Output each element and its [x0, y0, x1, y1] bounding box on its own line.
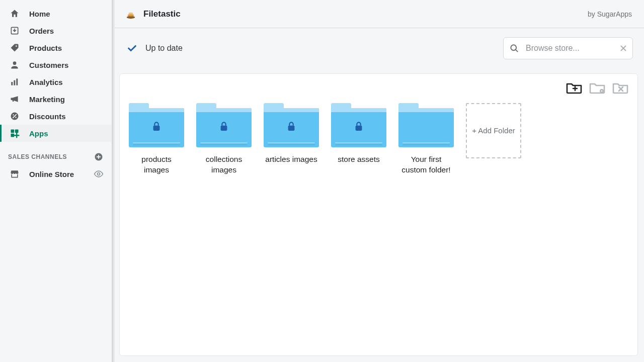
channel-label: Online Store [29, 170, 74, 178]
svg-rect-22 [288, 126, 295, 131]
channel-online-store[interactable]: Online Store [0, 166, 112, 182]
sidebar-item-label: Customers [29, 61, 68, 69]
svg-rect-3 [11, 82, 13, 85]
topbar: Filetastic by SugarApps [113, 0, 644, 28]
view-store-icon[interactable] [94, 169, 104, 179]
sidebar-item-label: Products [29, 44, 62, 52]
svg-rect-21 [221, 126, 227, 131]
sidebar-item-marketing[interactable]: Marketing [0, 90, 112, 108]
analytics-icon [9, 77, 20, 87]
app-logo-icon [125, 9, 136, 20]
folders-grid: products images collections images [129, 81, 628, 175]
check-icon [126, 43, 137, 54]
sales-channels-header: SALES CHANNELS [0, 142, 112, 166]
search-icon [509, 43, 519, 53]
content-card: products images collections images [119, 73, 638, 356]
folder-label: products images [129, 154, 184, 175]
sidebar-item-analytics[interactable]: Analytics [0, 73, 112, 90]
sidebar-item-label: Apps [29, 129, 48, 138]
svg-point-1 [16, 45, 17, 47]
folder-settings-icon[interactable] [589, 81, 605, 94]
statusbar: Up to date [113, 28, 644, 68]
clear-search-icon[interactable] [619, 44, 628, 53]
folder-icon [264, 103, 319, 147]
lock-icon [286, 121, 297, 132]
delete-folder-icon[interactable] [612, 81, 628, 94]
add-folder-label: + Add Folder [472, 126, 515, 136]
sidebar-item-home[interactable]: Home [0, 5, 112, 22]
megaphone-icon [9, 94, 20, 104]
search-input[interactable] [503, 37, 633, 59]
svg-rect-11 [11, 134, 15, 137]
folder-label: Your first custom folder! [398, 154, 454, 175]
sidebar-item-customers[interactable]: Customers [0, 56, 112, 73]
sidebar-item-products[interactable]: Products [0, 39, 112, 56]
sidebar-item-label: Orders [29, 27, 54, 35]
search-wrap [503, 37, 633, 59]
new-folder-icon[interactable] [566, 81, 582, 94]
store-icon [9, 169, 20, 179]
svg-rect-9 [11, 130, 15, 133]
sidebar-item-label: Analytics [29, 78, 63, 86]
lock-icon [151, 121, 162, 132]
add-channel-icon[interactable] [94, 152, 104, 162]
folder-label: collections images [196, 154, 252, 175]
sidebar-item-apps[interactable]: Apps [0, 125, 112, 142]
folder-products-images[interactable]: products images [129, 103, 184, 175]
person-icon [9, 60, 20, 70]
status-text: Up to date [145, 44, 183, 53]
svg-rect-23 [356, 126, 362, 131]
sidebar: Home Orders Products Customers Analytics [0, 0, 113, 362]
add-folder-button[interactable]: + Add Folder [466, 103, 521, 158]
folder-custom[interactable]: Your first custom folder! [398, 103, 454, 175]
orders-icon [9, 26, 20, 36]
folder-articles-images[interactable]: articles images [264, 103, 319, 175]
svg-rect-10 [15, 130, 19, 133]
sidebar-item-label: Marketing [29, 95, 65, 104]
svg-rect-5 [16, 78, 18, 85]
folder-collections-images[interactable]: collections images [196, 103, 252, 175]
discount-icon [9, 111, 20, 121]
home-icon [9, 9, 20, 19]
sidebar-item-discounts[interactable]: Discounts [0, 108, 112, 125]
svg-point-19 [601, 90, 603, 92]
tag-icon [9, 43, 20, 53]
apps-icon [9, 128, 20, 138]
sidebar-item-orders[interactable]: Orders [0, 22, 112, 39]
svg-rect-20 [153, 126, 160, 131]
app-title: Filetastic [143, 9, 181, 19]
folder-icon [129, 103, 184, 147]
sidebar-item-label: Discounts [29, 112, 66, 121]
folder-store-assets[interactable]: store assets [331, 103, 386, 175]
folder-label: store assets [338, 154, 380, 165]
card-actions [566, 81, 628, 94]
svg-point-7 [13, 114, 14, 115]
svg-point-15 [128, 14, 134, 17]
lock-icon [353, 121, 364, 132]
svg-point-8 [15, 117, 16, 118]
vendor-label: by SugarApps [588, 10, 632, 18]
folder-icon [398, 103, 454, 147]
folder-label: articles images [265, 154, 317, 165]
lock-icon [218, 121, 229, 132]
folder-icon [196, 103, 252, 147]
svg-rect-4 [14, 80, 15, 85]
svg-point-2 [13, 61, 17, 65]
sidebar-item-label: Home [29, 10, 50, 18]
svg-point-16 [128, 12, 133, 14]
section-label: SALES CHANNELS [8, 153, 67, 160]
main: Filetastic by SugarApps Up to date [113, 0, 644, 362]
folder-icon [331, 103, 386, 147]
svg-point-13 [98, 173, 100, 175]
